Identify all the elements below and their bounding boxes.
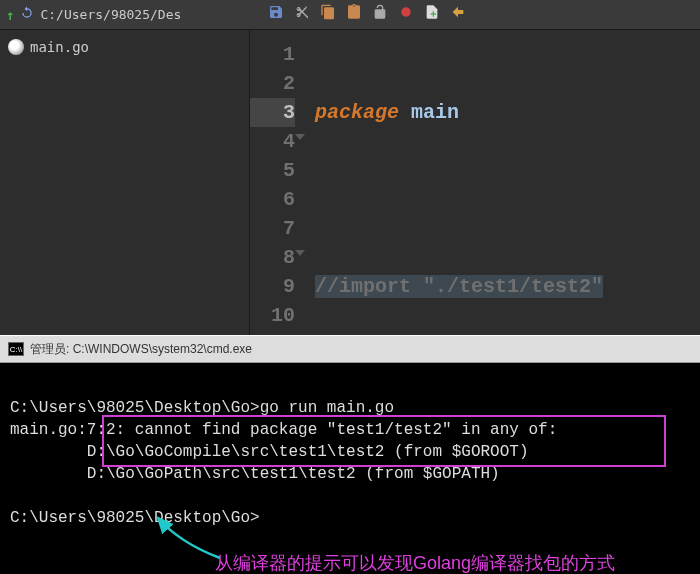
record-icon[interactable] [398, 4, 414, 20]
up-nav-icon[interactable]: ↑ [6, 7, 14, 23]
path-section: ↑ C:/Users/98025/Des [0, 5, 187, 24]
terminal-pane: C:\\ 管理员: C:\WINDOWS\system32\cmd.exe C:… [0, 335, 700, 574]
term-line: C:\Users\98025\Desktop\Go>go run main.go [10, 399, 394, 417]
refresh-icon[interactable] [20, 5, 34, 24]
cut-icon[interactable] [294, 4, 310, 20]
cmd-icon: C:\\ [8, 342, 24, 356]
editor-pane: ↑ C:/Users/98025/Des main.go 1 [0, 0, 700, 335]
terminal-body[interactable]: C:\Users\98025\Desktop\Go>go run main.go… [0, 363, 700, 574]
save-icon[interactable] [268, 4, 284, 20]
toolbar: ↑ C:/Users/98025/Des [0, 0, 700, 30]
code-editor[interactable]: 1 2 3 4 5 6 7 8 9 10 package main //impo… [250, 30, 700, 335]
file-item-main-go[interactable]: main.go [0, 36, 249, 58]
go-file-icon [8, 39, 24, 55]
terminal-title: 管理员: C:\WINDOWS\system32\cmd.exe [30, 341, 252, 358]
annotation-text: 从编译器的提示可以发现Golang编译器找包的方式 [215, 552, 615, 574]
paste-icon[interactable] [346, 4, 362, 20]
run-icon[interactable] [450, 4, 466, 20]
term-line: C:\Users\98025\Desktop\Go> [10, 509, 260, 527]
code-content: package main //import "./test1/test2" im… [305, 30, 603, 335]
icon-bar [268, 4, 466, 20]
file-label: main.go [30, 39, 89, 55]
unlock-icon[interactable] [372, 4, 388, 20]
term-line: main.go:7:2: cannot find package "test1/… [10, 421, 557, 439]
new-file-icon[interactable] [424, 4, 440, 20]
terminal-titlebar[interactable]: C:\\ 管理员: C:\WINDOWS\system32\cmd.exe [0, 335, 700, 363]
copy-icon[interactable] [320, 4, 336, 20]
term-line: D:\Go\GoCompile\src\test1\test2 (from $G… [10, 443, 528, 461]
path-text[interactable]: C:/Users/98025/Des [40, 7, 181, 22]
term-line: D:\Go\GoPath\src\test1\test2 (from $GOPA… [10, 465, 500, 483]
line-gutter: 1 2 3 4 5 6 7 8 9 10 [250, 30, 305, 335]
svg-point-0 [401, 7, 410, 16]
sidebar: main.go [0, 30, 250, 335]
editor-body: main.go 1 2 3 4 5 6 7 8 9 10 package mai… [0, 30, 700, 335]
